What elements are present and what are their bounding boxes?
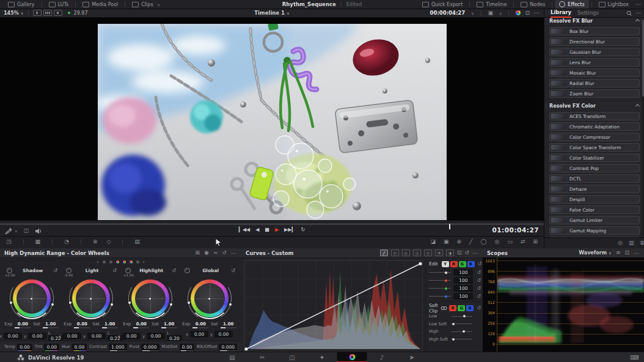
curve-type-sat-lum-icon[interactable]: ◑ (446, 249, 454, 256)
effect-item[interactable]: Contrast Pop (549, 164, 640, 172)
reset-icon[interactable]: ↺ (53, 268, 57, 273)
pager-dot[interactable] (103, 260, 106, 264)
exposure-slider[interactable] (192, 327, 208, 328)
target-icon[interactable]: ◉ (204, 250, 209, 256)
parameter-slider[interactable] (110, 350, 125, 352)
window-shape-icon[interactable]: ◯ (480, 239, 486, 245)
reset-icon[interactable]: ↺ (477, 278, 481, 283)
media-pool-button[interactable]: Media Pool (78, 0, 122, 9)
topbar-overflow-icon[interactable]: ⋯ (635, 1, 642, 7)
color-boost-icon[interactable] (516, 10, 521, 15)
wheel-y-value[interactable]: 0.00 (147, 333, 165, 339)
reset-icon[interactable]: ↺ (231, 268, 235, 273)
parameter-slider[interactable] (45, 350, 58, 352)
exposure-value[interactable]: 0.00 (18, 322, 28, 327)
channel-slider[interactable] (429, 280, 451, 281)
wheel-side-handle[interactable] (188, 301, 190, 304)
search-icon[interactable] (626, 10, 632, 16)
viewer-options-icon[interactable]: ⋯ (534, 10, 540, 16)
expand-panel-icon[interactable]: ⊡ (457, 250, 462, 256)
saturation-slider[interactable] (43, 327, 59, 328)
page-cut[interactable]: ✂ (247, 352, 277, 362)
parameter-slider[interactable] (18, 350, 31, 352)
pager-dot[interactable] (130, 260, 133, 264)
exposure-value[interactable]: 0.00 (196, 322, 206, 327)
lightbox-button[interactable]: Lightbox (595, 0, 633, 9)
page-fusion[interactable]: ✦ (307, 352, 337, 362)
wheel-x-value[interactable]: 0.00 (122, 333, 141, 339)
reset-icon[interactable]: ↺ (477, 294, 481, 299)
parameter-value[interactable]: 0.00 (72, 344, 87, 350)
wheel-side-handle[interactable] (69, 301, 71, 304)
skip-end-button[interactable]: ▶▶▎ (284, 227, 295, 232)
parameter-value[interactable]: 0.000 (219, 344, 236, 350)
reset-icon[interactable]: ↺ (477, 305, 481, 311)
play-button[interactable]: ▶ (275, 227, 279, 232)
soft-clip-slider[interactable] (452, 316, 472, 317)
exposure-slider[interactable] (74, 327, 90, 328)
reset-icon[interactable]: ↺ (477, 270, 481, 275)
effect-item[interactable]: DCTL (549, 174, 640, 183)
panel-menu-icon[interactable]: ⋯ (634, 250, 640, 256)
keyboard-icon[interactable]: ⌨ (631, 354, 639, 361)
effect-item[interactable]: Box Blur (549, 27, 640, 35)
effect-item[interactable]: Color Space Transform (549, 143, 640, 152)
wheel-y-value[interactable]: 0.00 (87, 333, 106, 339)
viewer-zoom-select[interactable]: 145%∨ (4, 10, 24, 16)
channel-slider[interactable] (429, 296, 451, 297)
channel-value[interactable]: 100 (453, 293, 473, 300)
parameter-value[interactable]: 0.00 (17, 344, 32, 350)
wheel-side-handle[interactable] (128, 301, 131, 304)
page-fairlight[interactable]: ♪ (367, 352, 397, 362)
panel-menu-icon[interactable]: ⋯ (472, 250, 478, 256)
effect-item[interactable]: Directional Blur (549, 37, 640, 46)
scope-layout-icon[interactable]: ▥ (629, 240, 634, 246)
grid-overlay-icon[interactable]: ▤ (134, 239, 140, 245)
timeline-button[interactable]: Timeline (472, 0, 511, 9)
scope-mode-select[interactable]: Waveform∨ (579, 250, 612, 256)
chevron-down-icon[interactable]: ∨ (471, 11, 474, 15)
effects-section-header[interactable]: Resolve FX Blur (544, 17, 644, 25)
effect-item[interactable]: Radial Blur (549, 79, 640, 87)
magnifier-icon[interactable]: ⊕ (93, 239, 98, 245)
soft-clip-channel-r[interactable]: R (449, 305, 456, 311)
luts-button[interactable]: LUTs (45, 0, 73, 9)
wheel-x-value[interactable]: 0.00 (4, 333, 22, 339)
parameter-slider[interactable] (220, 350, 235, 352)
curve-type-lum-sat-icon[interactable]: ◷ (424, 249, 432, 256)
viewer-timecode[interactable]: 00:00:04:27 (430, 10, 466, 16)
parameter-slider[interactable] (142, 350, 158, 352)
tracker-icon[interactable]: ◎ (495, 239, 500, 245)
reset-icon[interactable]: ↺ (112, 268, 117, 273)
curve-editor[interactable] (244, 260, 423, 352)
soft-clip-channel-g[interactable]: G (458, 305, 465, 311)
reset-icon[interactable]: ↺ (172, 268, 176, 273)
curve-channel-r[interactable]: R (450, 261, 458, 267)
effects-options-icon[interactable]: ⋯ (635, 10, 642, 16)
channel-slider[interactable] (429, 288, 451, 289)
preview-eye-icon[interactable]: ◎ (618, 240, 623, 246)
exposure-slider[interactable] (15, 327, 31, 328)
exposure-value[interactable]: 0.00 (77, 322, 87, 327)
channel-value[interactable]: 100 (453, 285, 473, 292)
effect-item[interactable]: Despill (549, 195, 640, 204)
saturation-slider[interactable] (102, 327, 118, 328)
wheel-side-handle[interactable] (170, 303, 172, 306)
channel-value[interactable]: 100 (453, 277, 473, 284)
reset-icon[interactable]: ↺ (478, 261, 482, 267)
expand-panel-icon[interactable]: ⊡ (624, 250, 629, 256)
tab-library[interactable]: Library (551, 9, 571, 18)
grab-still-icon[interactable]: ▣ (488, 10, 494, 16)
parameter-value[interactable]: 0.00 (44, 344, 59, 350)
wheel-side-handle[interactable] (51, 303, 54, 306)
pager-prev-icon[interactable]: ‹ (97, 259, 98, 265)
wheel-y-value[interactable]: 0.00 (214, 331, 233, 338)
pager-dot[interactable] (116, 260, 119, 264)
wheel-side-handle[interactable] (10, 301, 12, 304)
effect-item[interactable]: False Color (549, 205, 640, 214)
effect-item[interactable]: Zoom Blur (549, 89, 640, 98)
wheel-x-value[interactable]: 0.00 (63, 333, 81, 339)
wheel-mode-icon[interactable] (66, 268, 71, 273)
parameter-value[interactable]: 0.00 (180, 344, 195, 350)
reference-still-icon[interactable]: ▣ (444, 239, 449, 245)
